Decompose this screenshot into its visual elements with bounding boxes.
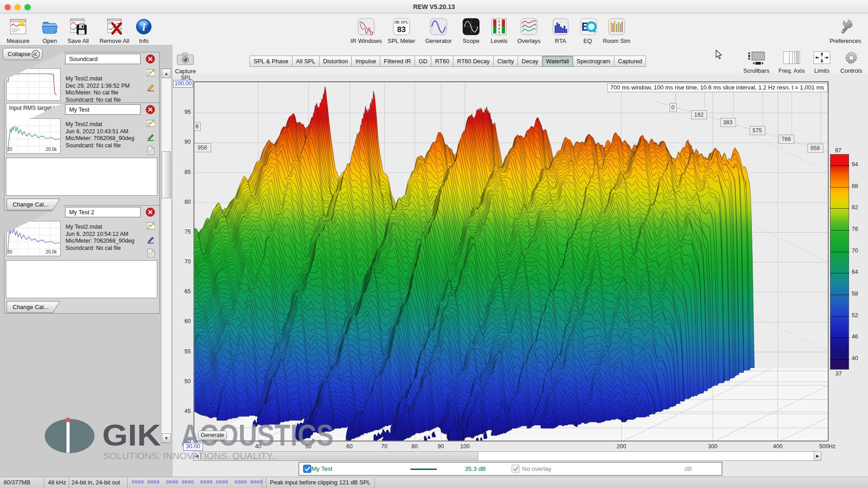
svg-text:3: 3 bbox=[8, 222, 11, 227]
svg-text:83: 83 bbox=[397, 25, 406, 34]
svg-text:dB SPL: dB SPL bbox=[395, 20, 409, 24]
svg-text:i: i bbox=[142, 21, 146, 33]
svg-text:9: 9 bbox=[498, 30, 500, 34]
svg-text:Change Cal...: Change Cal... bbox=[13, 304, 49, 310]
svg-text:1: 1 bbox=[8, 69, 11, 75]
svg-text:Change Cal...: Change Cal... bbox=[13, 201, 49, 208]
